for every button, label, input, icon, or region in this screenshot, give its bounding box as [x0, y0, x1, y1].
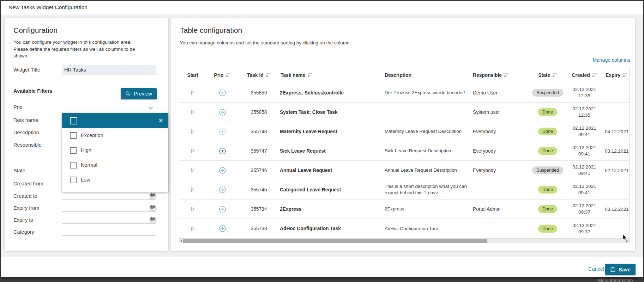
sort-icon: [623, 73, 627, 77]
created-time: 09:41: [578, 170, 590, 177]
tasks-widget-configuration-dialog: New Tasks Widget Configuration Configura…: [1, 1, 643, 277]
prio-normal-icon: [219, 206, 226, 213]
prio-option-exception[interactable]: Exception: [62, 128, 168, 143]
filter-label-expiry-from: Expiry from: [13, 205, 39, 211]
task-expiry: 02.12.2021 1:: [602, 161, 630, 180]
task-description: Annual Leave Request Description: [385, 167, 457, 173]
task-name: AdHoc Configuration Task: [279, 219, 383, 238]
play-icon: [189, 128, 196, 135]
task-name: System Task: Close Task: [279, 103, 383, 122]
start-task-button[interactable]: [179, 141, 206, 160]
task-name: Categoried Leave Request: [279, 180, 383, 199]
horizontal-scrollbar[interactable]: [179, 238, 629, 243]
column-header-responsible[interactable]: Responsible: [471, 67, 529, 83]
save-button-label: Save: [619, 267, 631, 272]
available-filters-label: Available Filters: [13, 88, 53, 94]
start-task-button[interactable]: [179, 161, 206, 180]
calendar-icon[interactable]: [149, 192, 156, 199]
sort-icon: [226, 73, 230, 77]
scroll-left-arrow-icon[interactable]: [180, 240, 182, 243]
column-header-task-id[interactable]: Task Id: [239, 67, 279, 83]
select-all-checkbox[interactable]: [70, 117, 77, 124]
task-expiry: [602, 103, 630, 122]
preview-button[interactable]: Preview: [121, 88, 157, 99]
sort-icon: [504, 73, 509, 77]
dialog-titlebar: New Tasks Widget Configuration: [1, 1, 643, 14]
column-header-description[interactable]: Description: [383, 67, 471, 83]
prio-option-low[interactable]: Low: [62, 172, 168, 187]
table-row: 355748 Maternity Leave Request Maternity…: [179, 122, 630, 141]
configuration-title: Configuration: [13, 26, 58, 35]
task-description: AdHoc Configuration Task: [385, 226, 439, 232]
checkbox-icon[interactable]: [70, 147, 77, 154]
prio-option-normal[interactable]: Normal: [62, 158, 168, 172]
chevron-down-icon[interactable]: [148, 106, 153, 110]
cancel-button[interactable]: Cancel: [588, 266, 604, 272]
manage-columns-link[interactable]: Manage columns: [592, 57, 630, 63]
status-badge: Suspended: [532, 166, 563, 174]
start-task-button[interactable]: [179, 83, 206, 102]
scrollbar-thumb[interactable]: [183, 239, 487, 243]
start-task-button[interactable]: [179, 122, 206, 141]
filter-label-prio: Prio: [13, 104, 23, 110]
task-expiry: 03.12.2021 0: [602, 200, 630, 219]
save-button[interactable]: Save: [605, 264, 636, 275]
close-icon[interactable]: ✕: [158, 118, 163, 124]
category-input[interactable]: [62, 235, 156, 236]
play-icon: [189, 206, 196, 213]
table-configuration-title: Table configuration: [180, 26, 242, 35]
checkbox-icon[interactable]: [70, 177, 77, 183]
task-responsible: Everybody: [471, 122, 529, 141]
column-header-expiry[interactable]: Expiry: [602, 67, 630, 83]
configuration-description: You can configure your widget in this co…: [13, 39, 139, 60]
created-date: 02.12.2021: [572, 222, 596, 229]
widget-title-label: Widget Title: [13, 67, 40, 73]
task-name: 2Express: Schlusskontrolle: [279, 83, 383, 102]
table-row: 355747 Sick Leave Request Sick Leave Req…: [179, 141, 630, 161]
filter-label-responsible: Responsible: [13, 142, 42, 148]
sort-icon: [308, 73, 312, 77]
play-icon: [189, 147, 196, 154]
status-badge: Done: [538, 108, 557, 116]
column-header-state[interactable]: State: [529, 67, 567, 83]
tasks-preview-table: Start Prio Task Id Task name Description…: [179, 67, 630, 243]
calendar-icon[interactable]: [149, 216, 156, 223]
start-task-button[interactable]: [179, 200, 206, 219]
column-header-task-name[interactable]: Task name: [279, 67, 383, 83]
created-date: 02.12.2021: [572, 203, 596, 209]
save-floppy-icon: [610, 267, 616, 272]
play-icon: [189, 225, 196, 232]
task-id: 355748: [239, 122, 279, 141]
configuration-panel: Configuration You can configure your wid…: [5, 18, 168, 251]
start-task-button[interactable]: [179, 180, 206, 199]
calendar-icon[interactable]: [149, 204, 156, 211]
prio-low-icon: [219, 128, 226, 135]
column-header-created[interactable]: Created: [567, 67, 602, 83]
widget-title-input[interactable]: [62, 65, 156, 74]
table-row: 355733 AdHoc Configuration Task AdHoc Co…: [179, 219, 630, 238]
expiry-from-input[interactable]: [62, 212, 156, 212]
expiry-to-input[interactable]: [62, 223, 156, 224]
table-row: 355859 2Express: Schlusskontrolle Der Pr…: [179, 83, 630, 103]
option-label: High: [81, 147, 91, 153]
checkbox-icon[interactable]: [70, 162, 77, 168]
created-time: 09:37: [578, 229, 590, 235]
created-to-input[interactable]: [62, 200, 156, 200]
prio-option-high[interactable]: High: [62, 143, 168, 158]
start-task-button[interactable]: [179, 103, 206, 122]
created-time: 09:37: [578, 209, 590, 215]
created-date: 02.12.2021: [572, 86, 596, 93]
table-row: 355745 Categoried Leave Request This is …: [179, 180, 630, 200]
task-expiry: 04.12.2021 0: [602, 122, 630, 141]
task-expiry: [602, 180, 630, 199]
column-header-start[interactable]: Start: [179, 67, 206, 83]
status-badge: Done: [538, 205, 557, 213]
prio-normal-icon: [219, 186, 226, 194]
checkbox-icon[interactable]: [70, 132, 77, 139]
column-header-prio[interactable]: Prio: [206, 67, 239, 83]
start-task-button[interactable]: [179, 219, 206, 238]
task-name: 2Express: [279, 200, 383, 219]
task-name: Annual Leave Request: [279, 161, 383, 180]
prio-normal-icon: [219, 225, 226, 232]
dialog-title: New Tasks Widget Configuration: [8, 4, 88, 11]
